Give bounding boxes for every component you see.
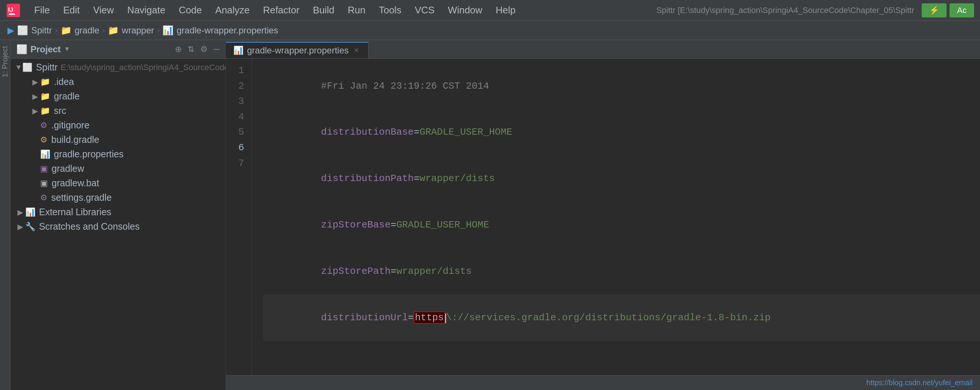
tree-item-gitignore[interactable]: ⚙ .gitignore	[10, 118, 226, 133]
status-url: https://blog.csdn.net/yufei_email	[866, 379, 972, 387]
project-side-tab[interactable]: 1: Project	[0, 43, 11, 80]
code-line-3: distributionPath=wrapper/dists	[263, 156, 980, 202]
tree-arrow-ext-libs: ▶	[15, 208, 25, 217]
tree-item-gradle-props[interactable]: 📊 gradle.properties	[10, 147, 226, 162]
folder-icon-gradle: 📁	[40, 92, 50, 101]
menu-vcs[interactable]: VCS	[409, 2, 440, 18]
folder-icon-src: 📁	[40, 106, 50, 116]
menu-analyze[interactable]: Analyze	[209, 2, 256, 18]
code-line-4: zipStoreBase=GRADLE_USER_HOME	[263, 202, 980, 248]
folder-icon-idea: 📁	[40, 77, 50, 87]
key-distributionpath: distributionPath	[321, 173, 414, 184]
breadcrumb: ▶ ⬜ Spittr › 📁 gradle › 📁 wrapper › 📊 gr…	[0, 21, 980, 40]
menu-build[interactable]: Build	[307, 2, 340, 18]
code-line-6: distributionUrl=https\://services.gradle…	[263, 295, 980, 341]
settings-gradle-icon: ⚙	[40, 193, 48, 203]
val-distributionpath: wrapper/dists	[419, 173, 495, 184]
tab-gradle-wrapper-props[interactable]: 📊 gradle-wrapper.properties ✕	[226, 42, 369, 58]
breadcrumb-properties-file[interactable]: 📊 gradle-wrapper.properties	[162, 25, 278, 36]
breadcrumb-sep-3: ›	[157, 26, 160, 35]
tree-root-spittr[interactable]: ▼ ⬜ Spittr E:\study\spring_action\Spring…	[10, 60, 226, 75]
code-line-5: zipStorePath=wrapper/dists	[263, 248, 980, 295]
https-highlight: https	[414, 312, 445, 323]
tabs-bar: 📊 gradle-wrapper.properties ✕	[226, 40, 980, 59]
gradlew-icon: ▣	[40, 164, 48, 174]
tree-arrow-src: ▶	[30, 106, 40, 116]
line-numbers: 1 2 3 4 5 6 7	[226, 59, 252, 375]
panel-folder-icon: ⬜	[16, 44, 27, 55]
tab-properties-icon: 📊	[233, 46, 243, 55]
minimize-icon[interactable]: ─	[213, 44, 220, 54]
project-icon: ⬜	[17, 25, 28, 36]
project-tree: ▼ ⬜ Spittr E:\study\spring_action\Spring…	[10, 59, 226, 390]
tree-item-src[interactable]: ▶ 📁 src	[10, 103, 226, 118]
menu-tools[interactable]: Tools	[373, 2, 407, 18]
menu-view[interactable]: View	[87, 2, 120, 18]
val-zipstorebase: GRADLE_USER_HOME	[396, 219, 489, 230]
window-title: Spittr [E:\study\spring_action\SpringiA4…	[656, 6, 915, 15]
layout-icon[interactable]: ⇅	[188, 44, 194, 54]
breadcrumb-sep-2: ›	[102, 26, 105, 35]
tree-item-scratches[interactable]: ▶ 🔧 Scratches and Consoles	[10, 219, 226, 234]
tree-item-external-libs[interactable]: ▶ 📊 External Libraries	[10, 205, 226, 219]
breadcrumb-gradle[interactable]: 📁 gradle	[60, 25, 100, 36]
menu-window[interactable]: Window	[442, 2, 488, 18]
panel-title: ⬜ Project ▼	[16, 44, 70, 55]
key-distributionurl: distributionUrl	[321, 312, 408, 323]
line-num-1: 1	[226, 63, 244, 79]
breadcrumb-wrapper[interactable]: 📁 wrapper	[108, 25, 154, 36]
action-btn-2[interactable]: Ac	[950, 3, 974, 17]
val-zipstorepath: wrapper/dists	[396, 266, 472, 277]
code-line-7	[263, 341, 980, 357]
add-icon[interactable]: ⊕	[175, 44, 182, 54]
breadcrumb-spittr[interactable]: ⬜ Spittr	[17, 25, 52, 36]
project-root-icon: ⬜	[22, 63, 32, 72]
settings-icon[interactable]: ⚙	[200, 44, 208, 54]
menu-navigate[interactable]: Navigate	[121, 2, 172, 18]
tree-item-gradlew-bat[interactable]: ▣ gradlew.bat	[10, 176, 226, 190]
panel-actions: ⊕ ⇅ ⚙ ─	[175, 44, 220, 54]
gradlew-bat-icon: ▣	[40, 179, 48, 188]
panel-chevron-icon[interactable]: ▼	[64, 45, 70, 53]
tree-item-settings-gradle[interactable]: ⚙ settings.gradle	[10, 190, 226, 205]
line-num-3: 3	[226, 94, 244, 109]
intellij-logo-icon: IJ	[7, 4, 20, 17]
tree-expand-arrow: ▼	[15, 63, 22, 71]
line-num-7: 7	[226, 156, 244, 171]
app-logo: IJ	[6, 3, 21, 18]
tree-arrow-gradle: ▶	[30, 92, 40, 101]
properties-icon-bc: 📊	[162, 25, 173, 36]
line-num-6: 6	[226, 140, 244, 156]
menu-file[interactable]: File	[28, 2, 56, 18]
code-area[interactable]: #Fri Jan 24 23:19:26 CST 2014 distributi…	[252, 59, 980, 375]
menu-help[interactable]: Help	[490, 2, 521, 18]
tree-arrow-scratches: ▶	[15, 222, 25, 231]
key-zipstorepath: zipStorePath	[321, 266, 390, 277]
search-everywhere-btn[interactable]: ⚡	[922, 3, 947, 17]
folder-icon-1: 📁	[60, 25, 72, 36]
editor-area: 📊 gradle-wrapper.properties ✕ 1 2 3 4 5 …	[226, 40, 980, 390]
menu-code[interactable]: Code	[173, 2, 208, 18]
key-distributionbase: distributionBase	[321, 127, 414, 138]
code-line-1: #Fri Jan 24 23:19:26 CST 2014	[263, 63, 980, 109]
menu-edit[interactable]: Edit	[57, 2, 86, 18]
side-tab: 1: Project	[0, 40, 10, 390]
menubar: IJ File Edit View Navigate Code Analyze …	[0, 0, 980, 21]
menu-run[interactable]: Run	[342, 2, 371, 18]
svg-text:IJ: IJ	[8, 7, 13, 13]
scratches-icon: 🔧	[25, 222, 35, 231]
tree-item-gradlew[interactable]: ▣ gradlew	[10, 162, 226, 176]
line-num-4: 4	[226, 109, 244, 125]
tab-close-btn[interactable]: ✕	[352, 46, 361, 55]
tree-arrow-idea: ▶	[30, 78, 40, 86]
gradle-props-icon: 📊	[40, 149, 50, 159]
gitignore-icon: ⚙	[40, 120, 48, 130]
tree-item-gradle[interactable]: ▶ 📁 gradle	[10, 89, 226, 103]
panel-header: ⬜ Project ▼ ⊕ ⇅ ⚙ ─	[10, 40, 226, 59]
url-value: \://services.gradle.org/distributions/gr…	[446, 312, 771, 323]
menu-refactor[interactable]: Refactor	[257, 2, 305, 18]
tree-item-idea[interactable]: ▶ 📁 .idea	[10, 75, 226, 89]
comment-text: #Fri Jan 24 23:19:26 CST 2014	[321, 81, 489, 92]
breadcrumb-logo-icon: ▶	[8, 25, 14, 36]
tree-item-build-gradle[interactable]: ⚙ build.gradle	[10, 133, 226, 147]
